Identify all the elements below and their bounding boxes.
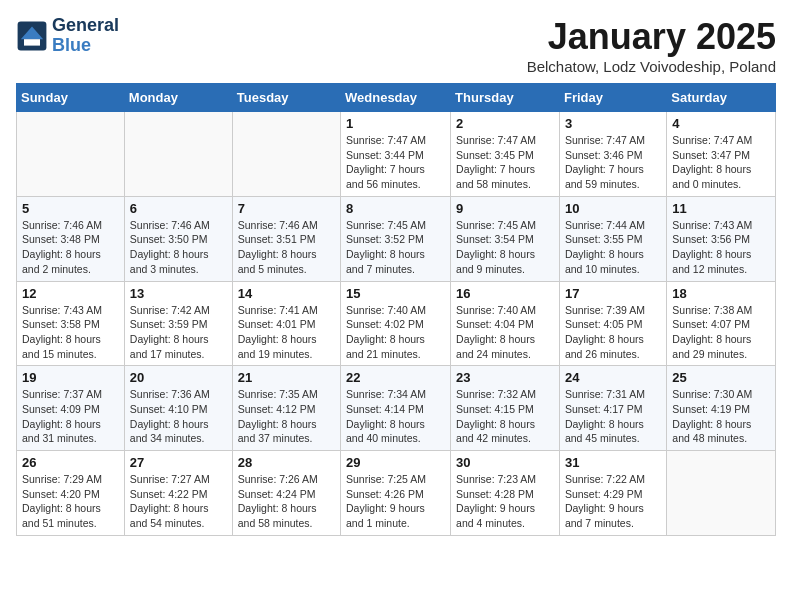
calendar-cell: 30Sunrise: 7:23 AMSunset: 4:28 PMDayligh… [451, 451, 560, 536]
day-number: 16 [456, 286, 554, 301]
day-number: 13 [130, 286, 227, 301]
day-info: Sunrise: 7:38 AMSunset: 4:07 PMDaylight:… [672, 303, 770, 362]
day-info: Sunrise: 7:46 AMSunset: 3:48 PMDaylight:… [22, 218, 119, 277]
day-info: Sunrise: 7:41 AMSunset: 4:01 PMDaylight:… [238, 303, 335, 362]
day-info: Sunrise: 7:45 AMSunset: 3:54 PMDaylight:… [456, 218, 554, 277]
calendar-cell: 27Sunrise: 7:27 AMSunset: 4:22 PMDayligh… [124, 451, 232, 536]
day-number: 19 [22, 370, 119, 385]
weekday-header-friday: Friday [559, 84, 666, 112]
calendar-week-row: 19Sunrise: 7:37 AMSunset: 4:09 PMDayligh… [17, 366, 776, 451]
calendar-cell: 26Sunrise: 7:29 AMSunset: 4:20 PMDayligh… [17, 451, 125, 536]
day-number: 24 [565, 370, 661, 385]
day-number: 25 [672, 370, 770, 385]
month-title: January 2025 [527, 16, 776, 58]
calendar-cell: 25Sunrise: 7:30 AMSunset: 4:19 PMDayligh… [667, 366, 776, 451]
calendar-cell: 1Sunrise: 7:47 AMSunset: 3:44 PMDaylight… [341, 112, 451, 197]
day-number: 4 [672, 116, 770, 131]
svg-rect-2 [24, 39, 40, 45]
calendar-week-row: 26Sunrise: 7:29 AMSunset: 4:20 PMDayligh… [17, 451, 776, 536]
calendar-table: SundayMondayTuesdayWednesdayThursdayFrid… [16, 83, 776, 536]
logo-icon [16, 20, 48, 52]
calendar-cell: 3Sunrise: 7:47 AMSunset: 3:46 PMDaylight… [559, 112, 666, 197]
day-number: 26 [22, 455, 119, 470]
calendar-cell: 28Sunrise: 7:26 AMSunset: 4:24 PMDayligh… [232, 451, 340, 536]
calendar-cell: 17Sunrise: 7:39 AMSunset: 4:05 PMDayligh… [559, 281, 666, 366]
calendar-cell: 10Sunrise: 7:44 AMSunset: 3:55 PMDayligh… [559, 196, 666, 281]
logo: General Blue [16, 16, 119, 56]
calendar-week-row: 1Sunrise: 7:47 AMSunset: 3:44 PMDaylight… [17, 112, 776, 197]
calendar-cell: 22Sunrise: 7:34 AMSunset: 4:14 PMDayligh… [341, 366, 451, 451]
calendar-cell [17, 112, 125, 197]
day-info: Sunrise: 7:23 AMSunset: 4:28 PMDaylight:… [456, 472, 554, 531]
day-info: Sunrise: 7:43 AMSunset: 3:56 PMDaylight:… [672, 218, 770, 277]
day-number: 23 [456, 370, 554, 385]
day-number: 14 [238, 286, 335, 301]
day-info: Sunrise: 7:47 AMSunset: 3:45 PMDaylight:… [456, 133, 554, 192]
day-info: Sunrise: 7:27 AMSunset: 4:22 PMDaylight:… [130, 472, 227, 531]
day-number: 8 [346, 201, 445, 216]
weekday-header-wednesday: Wednesday [341, 84, 451, 112]
logo-line1: General [52, 16, 119, 36]
page-header: General Blue January 2025 Belchatow, Lod… [16, 16, 776, 75]
day-info: Sunrise: 7:31 AMSunset: 4:17 PMDaylight:… [565, 387, 661, 446]
day-info: Sunrise: 7:34 AMSunset: 4:14 PMDaylight:… [346, 387, 445, 446]
calendar-body: 1Sunrise: 7:47 AMSunset: 3:44 PMDaylight… [17, 112, 776, 536]
day-number: 18 [672, 286, 770, 301]
calendar-cell: 19Sunrise: 7:37 AMSunset: 4:09 PMDayligh… [17, 366, 125, 451]
logo-line2: Blue [52, 36, 119, 56]
calendar-cell: 21Sunrise: 7:35 AMSunset: 4:12 PMDayligh… [232, 366, 340, 451]
weekday-header-monday: Monday [124, 84, 232, 112]
day-info: Sunrise: 7:42 AMSunset: 3:59 PMDaylight:… [130, 303, 227, 362]
day-number: 22 [346, 370, 445, 385]
day-number: 6 [130, 201, 227, 216]
day-info: Sunrise: 7:47 AMSunset: 3:47 PMDaylight:… [672, 133, 770, 192]
day-info: Sunrise: 7:43 AMSunset: 3:58 PMDaylight:… [22, 303, 119, 362]
day-info: Sunrise: 7:22 AMSunset: 4:29 PMDaylight:… [565, 472, 661, 531]
day-number: 10 [565, 201, 661, 216]
day-number: 31 [565, 455, 661, 470]
weekday-header-tuesday: Tuesday [232, 84, 340, 112]
day-number: 3 [565, 116, 661, 131]
calendar-cell: 20Sunrise: 7:36 AMSunset: 4:10 PMDayligh… [124, 366, 232, 451]
day-info: Sunrise: 7:35 AMSunset: 4:12 PMDaylight:… [238, 387, 335, 446]
day-info: Sunrise: 7:45 AMSunset: 3:52 PMDaylight:… [346, 218, 445, 277]
day-number: 12 [22, 286, 119, 301]
weekday-header-saturday: Saturday [667, 84, 776, 112]
day-number: 15 [346, 286, 445, 301]
day-number: 30 [456, 455, 554, 470]
day-number: 7 [238, 201, 335, 216]
calendar-cell [232, 112, 340, 197]
logo-text: General Blue [52, 16, 119, 56]
calendar-cell: 7Sunrise: 7:46 AMSunset: 3:51 PMDaylight… [232, 196, 340, 281]
location-title: Belchatow, Lodz Voivodeship, Poland [527, 58, 776, 75]
day-info: Sunrise: 7:37 AMSunset: 4:09 PMDaylight:… [22, 387, 119, 446]
day-info: Sunrise: 7:47 AMSunset: 3:44 PMDaylight:… [346, 133, 445, 192]
calendar-week-row: 12Sunrise: 7:43 AMSunset: 3:58 PMDayligh… [17, 281, 776, 366]
calendar-cell: 14Sunrise: 7:41 AMSunset: 4:01 PMDayligh… [232, 281, 340, 366]
day-number: 21 [238, 370, 335, 385]
day-number: 17 [565, 286, 661, 301]
day-info: Sunrise: 7:44 AMSunset: 3:55 PMDaylight:… [565, 218, 661, 277]
calendar-cell: 29Sunrise: 7:25 AMSunset: 4:26 PMDayligh… [341, 451, 451, 536]
weekday-header-sunday: Sunday [17, 84, 125, 112]
day-number: 11 [672, 201, 770, 216]
day-info: Sunrise: 7:30 AMSunset: 4:19 PMDaylight:… [672, 387, 770, 446]
calendar-cell: 5Sunrise: 7:46 AMSunset: 3:48 PMDaylight… [17, 196, 125, 281]
calendar-cell: 6Sunrise: 7:46 AMSunset: 3:50 PMDaylight… [124, 196, 232, 281]
day-info: Sunrise: 7:39 AMSunset: 4:05 PMDaylight:… [565, 303, 661, 362]
calendar-cell: 8Sunrise: 7:45 AMSunset: 3:52 PMDaylight… [341, 196, 451, 281]
day-info: Sunrise: 7:46 AMSunset: 3:51 PMDaylight:… [238, 218, 335, 277]
calendar-cell: 24Sunrise: 7:31 AMSunset: 4:17 PMDayligh… [559, 366, 666, 451]
calendar-cell: 11Sunrise: 7:43 AMSunset: 3:56 PMDayligh… [667, 196, 776, 281]
day-number: 1 [346, 116, 445, 131]
day-number: 27 [130, 455, 227, 470]
day-info: Sunrise: 7:26 AMSunset: 4:24 PMDaylight:… [238, 472, 335, 531]
calendar-cell: 9Sunrise: 7:45 AMSunset: 3:54 PMDaylight… [451, 196, 560, 281]
calendar-cell: 4Sunrise: 7:47 AMSunset: 3:47 PMDaylight… [667, 112, 776, 197]
day-info: Sunrise: 7:47 AMSunset: 3:46 PMDaylight:… [565, 133, 661, 192]
title-block: January 2025 Belchatow, Lodz Voivodeship… [527, 16, 776, 75]
day-info: Sunrise: 7:40 AMSunset: 4:04 PMDaylight:… [456, 303, 554, 362]
calendar-header-row: SundayMondayTuesdayWednesdayThursdayFrid… [17, 84, 776, 112]
day-info: Sunrise: 7:25 AMSunset: 4:26 PMDaylight:… [346, 472, 445, 531]
day-info: Sunrise: 7:40 AMSunset: 4:02 PMDaylight:… [346, 303, 445, 362]
